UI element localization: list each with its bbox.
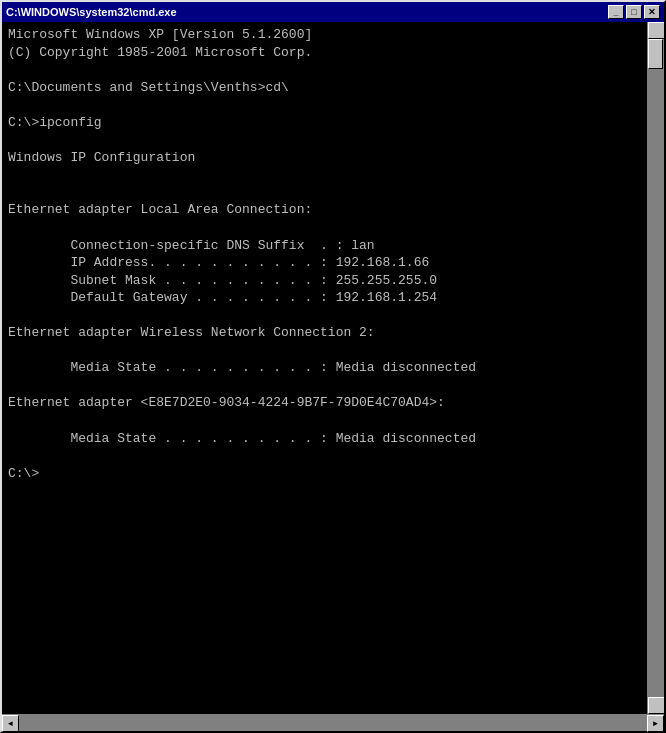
scroll-down-button[interactable]: ▼ xyxy=(648,697,664,714)
scroll-track-horizontal[interactable] xyxy=(19,715,647,731)
minimize-button[interactable]: _ xyxy=(608,5,624,19)
scroll-track-vertical[interactable] xyxy=(648,39,664,697)
scroll-left-button[interactable]: ◄ xyxy=(2,715,19,732)
maximize-button[interactable]: □ xyxy=(626,5,642,19)
cmd-window: C:\WINDOWS\system32\cmd.exe _ □ ✕ Micros… xyxy=(0,0,666,733)
window-title: C:\WINDOWS\system32\cmd.exe xyxy=(6,6,177,18)
title-bar: C:\WINDOWS\system32\cmd.exe _ □ ✕ xyxy=(2,2,664,22)
scroll-right-button[interactable]: ► xyxy=(647,715,664,732)
vertical-scrollbar[interactable]: ▲ ▼ xyxy=(647,22,664,714)
scroll-up-button[interactable]: ▲ xyxy=(648,22,664,39)
terminal-output[interactable]: Microsoft Windows XP [Version 5.1.2600] … xyxy=(2,22,647,714)
title-bar-buttons: _ □ ✕ xyxy=(608,5,660,19)
close-button[interactable]: ✕ xyxy=(644,5,660,19)
scroll-thumb-vertical[interactable] xyxy=(648,39,663,69)
terminal-area: Microsoft Windows XP [Version 5.1.2600] … xyxy=(2,22,664,714)
horizontal-scrollbar[interactable]: ◄ ► xyxy=(2,714,664,731)
